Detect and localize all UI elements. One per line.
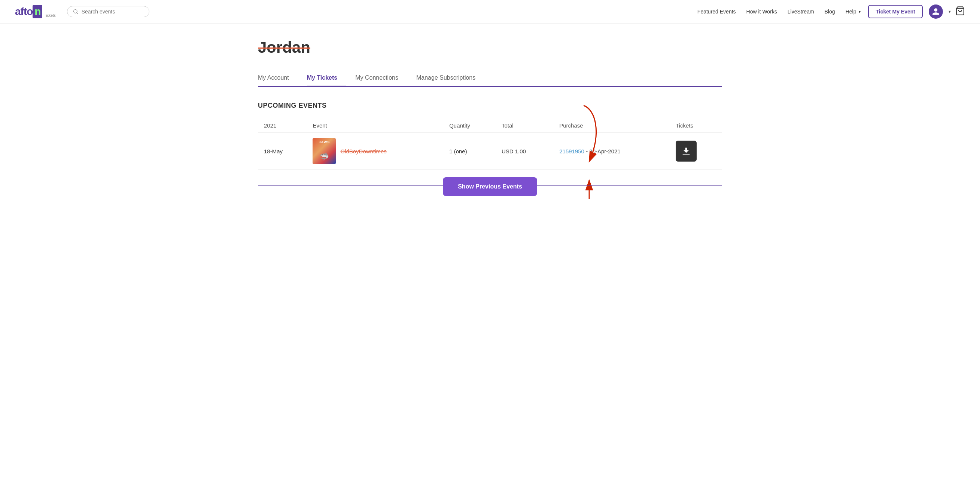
cell-tickets (670, 133, 722, 170)
jaws-shark-icon: 🦈 (320, 152, 329, 161)
download-ticket-button[interactable] (676, 141, 697, 162)
purchase-date: - 30-Apr-2021 (586, 148, 620, 154)
tab-my-connections[interactable]: My Connections (355, 70, 407, 87)
search-icon (73, 9, 79, 14)
col-purchase: Purchase (553, 119, 670, 133)
nav-blog[interactable]: Blog (825, 9, 835, 14)
user-icon (932, 8, 940, 16)
upcoming-events-section: UPCOMING EVENTS 2021 Event (258, 102, 722, 170)
search-area[interactable] (67, 6, 150, 17)
divider-section: Show Previous Events (258, 185, 722, 196)
col-year: 2021 (258, 119, 307, 133)
main-content: Jordan My Account My Tickets My Connecti… (228, 24, 752, 211)
svg-point-0 (73, 10, 77, 13)
user-name: Jordan (258, 38, 310, 56)
cart-button[interactable] (955, 6, 965, 17)
event-cell: JAWS 🦈 OldBoyDowntimes (313, 138, 437, 164)
nav-how-it-works[interactable]: How it Works (746, 9, 777, 14)
header: afton Tickets Featured Events How it Wor… (0, 0, 980, 24)
cell-total: USD 1.00 (496, 133, 553, 170)
event-image: JAWS 🦈 (313, 138, 336, 164)
event-name: OldBoyDowntimes (340, 148, 386, 154)
cell-quantity: 1 (one) (443, 133, 496, 170)
svg-line-1 (77, 13, 78, 14)
show-previous-events-button[interactable]: Show Previous Events (443, 177, 537, 196)
nav-featured-events[interactable]: Featured Events (697, 9, 736, 14)
cart-icon (955, 6, 965, 16)
table-header-row: 2021 Event Quantity Total Purchase Ticke… (258, 119, 722, 133)
user-avatar[interactable] (929, 5, 943, 19)
section-title: UPCOMING EVENTS (258, 102, 722, 110)
logo-tickets: Tickets (44, 13, 56, 17)
col-total: Total (496, 119, 553, 133)
help-dropdown-icon: ▾ (859, 10, 861, 14)
logo-afto: afto (15, 6, 33, 17)
col-quantity: Quantity (443, 119, 496, 133)
nav-links: Featured Events How it Works LiveStream … (697, 9, 861, 14)
cell-purchase: 21591950 - 30-Apr-2021 (553, 133, 670, 170)
purchase-id-link[interactable]: 21591950 (559, 148, 584, 154)
logo[interactable]: afton Tickets (15, 5, 56, 18)
col-event: Event (307, 119, 443, 133)
user-dropdown-icon[interactable]: ▾ (948, 9, 951, 14)
tab-my-tickets[interactable]: My Tickets (307, 70, 347, 87)
jaws-title: JAWS (313, 140, 336, 144)
logo-n: n (33, 5, 42, 18)
user-name-area: Jordan (258, 38, 722, 57)
nav-help[interactable]: Help ▾ (846, 9, 861, 14)
events-table: 2021 Event Quantity Total Purchase Ticke… (258, 119, 722, 170)
cell-date: 18-May (258, 133, 307, 170)
col-tickets: Tickets (670, 119, 722, 133)
nav-livestream[interactable]: LiveStream (788, 9, 814, 14)
user-area: ▾ (929, 5, 965, 19)
tabs: My Account My Tickets My Connections Man… (258, 70, 722, 87)
cell-event: JAWS 🦈 OldBoyDowntimes (307, 133, 443, 170)
tab-manage-subscriptions[interactable]: Manage Subscriptions (416, 70, 484, 87)
ticket-my-event-button[interactable]: Ticket My Event (868, 5, 923, 18)
table-row: 18-May JAWS 🦈 OldBoyDowntimes 1 (one) US (258, 133, 722, 170)
search-input[interactable] (82, 9, 142, 14)
tab-my-account[interactable]: My Account (258, 70, 298, 87)
download-icon (681, 146, 691, 156)
logo-text: afton (15, 5, 42, 18)
